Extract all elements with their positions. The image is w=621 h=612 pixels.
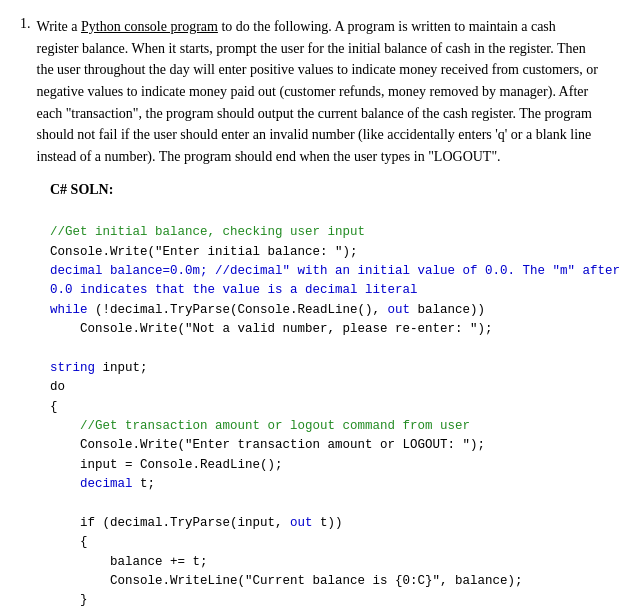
question-block: 1. Write a Python console program to do … — [20, 16, 601, 168]
question-number: 1. — [20, 16, 31, 168]
code-balance-add: balance += t; — [50, 555, 208, 569]
code-console-write-2: Console.Write("Not a valid number, pleas… — [50, 322, 493, 336]
question-text: Write a Python console program to do the… — [37, 16, 602, 168]
code-console-writeline-balance: Console.WriteLine("Current balance is {0… — [50, 574, 523, 588]
comment-initial-balance: //Get initial balance, checking user inp… — [50, 225, 365, 239]
code-console-write-1: Console.Write("Enter initial balance: ")… — [50, 245, 358, 259]
solution-block: C# SOLN: //Get initial balance, checking… — [50, 182, 601, 612]
python-console-link: Python console program — [81, 19, 218, 34]
code-block: //Get initial balance, checking user inp… — [50, 204, 601, 612]
code-close-brace-2: } — [50, 593, 88, 607]
code-input-readline: input = Console.ReadLine(); — [50, 458, 283, 472]
code-if-tryparse: if (decimal.TryParse(input, out t)) — [50, 516, 343, 530]
comment-transaction: //Get transaction amount or logout comma… — [50, 419, 470, 433]
code-open-brace: { — [50, 400, 58, 414]
code-string-input: string input; — [50, 361, 148, 375]
code-while-1: while (!decimal.TryParse(Console.ReadLin… — [50, 303, 485, 317]
code-do: do — [50, 380, 65, 394]
soln-label: C# SOLN: — [50, 182, 601, 198]
code-decimal-literal: 0.0 indicates that the value is a decima… — [50, 283, 418, 297]
code-open-brace-2: { — [50, 535, 88, 549]
code-decimal-balance: decimal balance=0.0m; //decimal" with an… — [50, 264, 620, 278]
code-console-write-3: Console.Write("Enter transaction amount … — [50, 438, 485, 452]
code-decimal-t: decimal t; — [50, 477, 155, 491]
